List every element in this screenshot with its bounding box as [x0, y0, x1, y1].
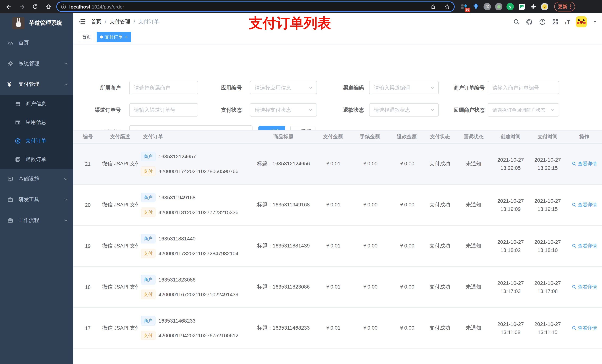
app-logo[interactable]: 芋道管理系统 [0, 13, 73, 32]
merchant-order-no: 1635311823086 [159, 277, 195, 283]
sidebar-item-refund-order[interactable]: 退款订单 [0, 150, 73, 169]
extension-chat-icon[interactable] [518, 3, 525, 10]
order-table-body: 21 微信 JSAPI 支付 商户 1635312124657 支付 42000… [73, 144, 602, 364]
cell-channel: 微信 JSAPI 支付 [102, 325, 138, 332]
filter-label-channel-order-no: 渠道订单号 [76, 103, 121, 116]
notify-status-input[interactable] [492, 107, 550, 113]
browser-menu-kebab-icon[interactable] [570, 4, 571, 9]
breadcrumb-payment[interactable]: 支付管理 [110, 19, 130, 25]
breadcrumb-home[interactable]: 首页 [91, 19, 101, 25]
browser-forward-icon[interactable] [16, 1, 27, 12]
refund-status-input[interactable] [373, 106, 430, 113]
url-bar[interactable]: localhost:1024/pay/order [56, 1, 455, 12]
merchant-select[interactable] [129, 81, 198, 94]
briefcase-icon [7, 218, 13, 223]
refund-status-select[interactable] [369, 103, 439, 116]
merchant-order-no-input[interactable] [492, 84, 555, 91]
cell-id: 18 [73, 284, 102, 290]
sidebar-item-workflow[interactable]: 工作流程 [0, 210, 73, 231]
magnifier-icon [571, 203, 576, 207]
chevron-down-icon [550, 108, 555, 112]
merchant-order-no-field[interactable] [488, 81, 559, 94]
chevron-up-icon [64, 82, 68, 87]
view-detail-link[interactable]: 查看详情 [571, 202, 597, 208]
sidebar-item-dev-tools[interactable]: 研发工具 [0, 189, 73, 210]
pay-order-line: 支付 4200001174202110278060590766 [141, 166, 252, 176]
tab-home[interactable]: 首页 [79, 32, 94, 42]
cell-channel: 微信 JSAPI 支付 [102, 202, 138, 208]
table-row[interactable]: 20 微信 JSAPI 支付 商户 1635311949168 支付 42000… [73, 185, 602, 226]
extension-y-icon[interactable]: y [506, 3, 514, 10]
cell-paid: 2021-10-2713:11:15 [529, 320, 567, 336]
pay-status-select[interactable] [250, 103, 317, 116]
cell-refund: ￥0.00 [388, 243, 425, 249]
sidebar-toggle-icon[interactable] [78, 18, 86, 26]
pay-order-line: 支付 4200001167202110271022491439 [141, 290, 252, 299]
font-size-icon[interactable]: TT [564, 19, 570, 25]
channel-code-input[interactable] [373, 84, 430, 91]
app-input[interactable] [254, 84, 308, 91]
user-avatar[interactable] [576, 16, 587, 27]
sidebar-item-system[interactable]: 系统管理 [0, 53, 73, 74]
browser-reload-icon[interactable] [30, 1, 41, 12]
cell-pay-status: 支付成功 [425, 325, 455, 332]
filter-label-notify-status: 回调商户状态 [429, 103, 485, 116]
view-detail-link[interactable]: 查看详情 [571, 161, 597, 167]
app-select[interactable] [250, 81, 317, 94]
table-row[interactable]: 21 微信 JSAPI 支付 商户 1635312124657 支付 42000… [73, 144, 602, 185]
view-detail-link[interactable]: 查看详情 [571, 284, 597, 290]
view-detail-link[interactable]: 查看详情 [571, 325, 597, 332]
share-icon[interactable] [430, 4, 436, 10]
dashboard-icon [7, 40, 13, 46]
sidebar-item-merchant-info[interactable]: 商户信息 [0, 95, 73, 113]
sidebar-item-payment[interactable]: ¥ 支付管理 [0, 74, 73, 95]
channel-code-select[interactable] [369, 81, 439, 94]
table-row[interactable]: 17 微信 JSAPI 支付 商户 1635311468233 支付 42000… [73, 308, 602, 349]
cell-pay-status: 支付成功 [425, 202, 455, 208]
channel-order-no-field[interactable] [129, 103, 198, 116]
extension-gem-icon[interactable] [472, 3, 479, 10]
view-detail-link[interactable]: 查看详情 [571, 243, 597, 249]
channel-order-no-input[interactable] [133, 106, 194, 113]
tab-pay-order[interactable]: 支付订单 × [97, 32, 131, 42]
github-icon[interactable] [526, 18, 533, 26]
extension-blocks-icon[interactable]: 10 [461, 3, 468, 10]
notify-status-select[interactable] [488, 103, 559, 116]
cell-actions: 查看详情 [567, 284, 602, 291]
browser-back-icon[interactable] [3, 1, 14, 12]
sidebar-item-home[interactable]: 首页 [0, 32, 73, 53]
extension-emoji-icon[interactable] [541, 3, 548, 10]
sidebar-item-infrastructure[interactable]: 基础设施 [0, 169, 73, 189]
extension-command-icon[interactable]: ⌘ [484, 3, 491, 10]
sidebar-item-pay-order[interactable]: 支付订单 [0, 132, 73, 150]
cell-pay-status: 支付成功 [425, 284, 455, 290]
table-row[interactable]: 19 微信 JSAPI 支付 商户 1635311881440 支付 42000… [73, 226, 602, 267]
extension-dot-icon[interactable] [495, 3, 502, 10]
bookmark-star-icon[interactable] [444, 4, 450, 10]
fullscreen-icon[interactable] [551, 18, 559, 26]
cell-created: 2021-10-2713:17:03 [492, 279, 529, 295]
col-paid: 支付时间 [529, 134, 567, 140]
extension-badge: 10 [465, 8, 470, 12]
cell-amount: ￥0.01 [314, 284, 351, 290]
merchant-input[interactable] [133, 84, 194, 91]
browser-home-icon[interactable] [43, 1, 54, 12]
close-tab-icon[interactable]: × [125, 35, 128, 39]
header-search-icon[interactable] [513, 18, 520, 26]
table-row[interactable]: 18 微信 JSAPI 支付 商户 1635311823086 支付 42000… [73, 267, 602, 308]
update-button[interactable]: 更新 [554, 2, 575, 11]
avatar-caret-icon[interactable] [593, 20, 597, 24]
col-id: 编号 [73, 134, 102, 140]
site-info-icon[interactable] [61, 4, 66, 10]
cell-refund: ￥0.00 [388, 161, 425, 167]
cell-title: 标题：1635311468233 [252, 325, 314, 332]
extensions-puzzle-icon[interactable] [529, 3, 537, 10]
cell-pay-order: 商户 1635311468233 支付 42000011942021102767… [138, 316, 252, 340]
merchant-tag: 商户 [141, 316, 155, 325]
pay-status-input[interactable] [254, 106, 308, 113]
sidebar-item-app-info[interactable]: 应用信息 [0, 113, 73, 132]
cell-refund: ￥0.00 [388, 325, 425, 332]
cell-actions: 查看详情 [567, 325, 602, 332]
table-row[interactable]: 商户 1635311251726 支付 [73, 349, 602, 364]
help-icon[interactable] [538, 18, 546, 26]
